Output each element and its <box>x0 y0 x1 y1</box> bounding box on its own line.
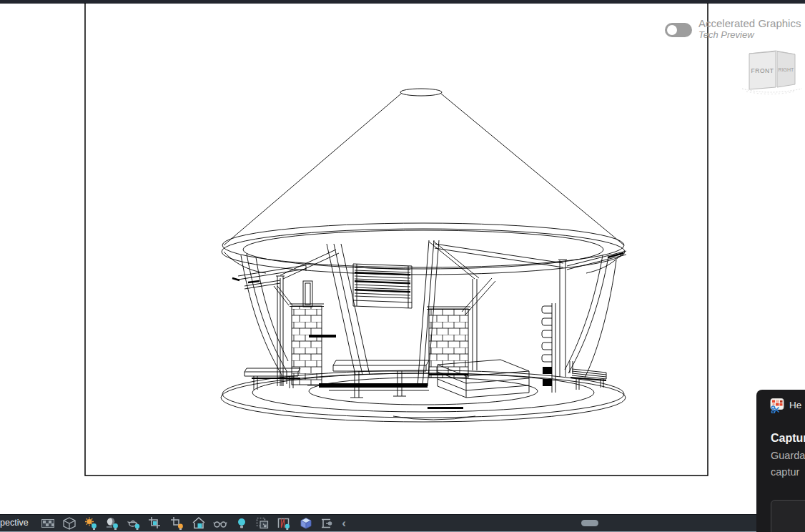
crop-view-icon[interactable] <box>147 516 163 531</box>
accelerated-graphics-toggle[interactable] <box>665 23 692 37</box>
revit-window: Accelerated Graphics Tech Preview FRONT … <box>0 0 805 532</box>
status-bar-scrollbar-thumb[interactable] <box>581 520 598 526</box>
analytical-model-icon[interactable] <box>276 516 292 531</box>
viewcube-right-label: RIGHT <box>779 67 795 72</box>
reveal-hidden-elements-icon[interactable] <box>234 516 250 531</box>
accelerated-graphics-label: Accelerated Graphics <box>698 17 801 29</box>
notification-body-line1: Guarda <box>771 450 805 461</box>
temporary-view-properties-icon[interactable] <box>255 516 270 531</box>
viewcube-front-label: FRONT <box>751 67 774 74</box>
view-control-bar: pective <box>0 514 805 532</box>
highlight-displacement-sets-icon[interactable] <box>298 516 314 531</box>
visual-style-icon[interactable] <box>61 516 77 531</box>
notification-body-line2: captur <box>771 466 799 478</box>
notification-thumbnail[interactable] <box>771 500 805 532</box>
shadows-icon[interactable] <box>104 516 120 531</box>
notification-title: Captur <box>771 432 805 445</box>
reveal-constraints-icon[interactable] <box>319 516 335 531</box>
collapse-chevron-icon[interactable]: ‹ <box>338 516 350 531</box>
pavilion-model <box>221 89 626 422</box>
view-scale-label[interactable]: pective <box>0 518 29 528</box>
locked-3d-view-icon[interactable] <box>191 516 207 531</box>
notification-app-label: He <box>789 400 801 410</box>
drawing-canvas[interactable] <box>0 0 805 532</box>
show-crop-region-icon[interactable] <box>169 516 185 531</box>
temporary-hide-isolate-icon[interactable] <box>212 516 228 531</box>
snipping-tool-notification[interactable]: He Captur Guarda captur <box>756 390 805 532</box>
sun-path-icon[interactable] <box>83 516 99 531</box>
tech-preview-label: Tech Preview <box>698 29 754 40</box>
show-rendering-dialog-icon[interactable] <box>126 516 142 531</box>
snipping-tool-icon <box>769 398 785 413</box>
viewcube[interactable]: FRONT RIGHT <box>741 44 805 97</box>
toggle-knob-icon <box>667 25 677 35</box>
accelerated-graphics-control: Accelerated Graphics Tech Preview <box>663 17 805 44</box>
detail-level-icon[interactable] <box>40 516 56 531</box>
